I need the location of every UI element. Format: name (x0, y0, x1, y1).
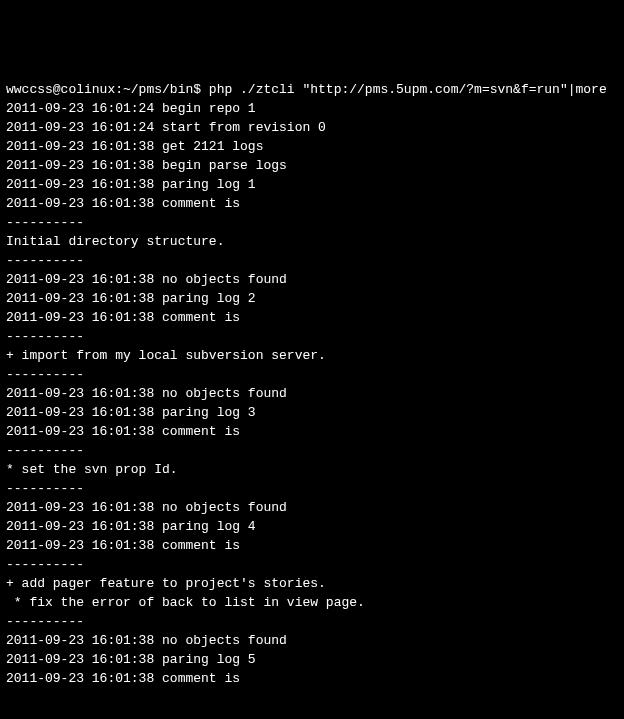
terminal-line: * set the svn prop Id. (6, 460, 618, 479)
terminal-line: + import from my local subversion server… (6, 346, 618, 365)
terminal-line: 2011-09-23 16:01:38 comment is (6, 422, 618, 441)
terminal-output: wwccss@colinux:~/pms/bin$ php ./ztcli "h… (6, 80, 618, 688)
terminal-line: 2011-09-23 16:01:38 get 2121 logs (6, 137, 618, 156)
terminal-line: 2011-09-23 16:01:38 begin parse logs (6, 156, 618, 175)
terminal-line: 2011-09-23 16:01:24 begin repo 1 (6, 99, 618, 118)
terminal-line: 2011-09-23 16:01:38 comment is (6, 536, 618, 555)
terminal-line: * fix the error of back to list in view … (6, 593, 618, 612)
terminal-line: ---------- (6, 213, 618, 232)
terminal-line: + add pager feature to project's stories… (6, 574, 618, 593)
terminal-line: 2011-09-23 16:01:38 paring log 4 (6, 517, 618, 536)
terminal-line: 2011-09-23 16:01:38 paring log 1 (6, 175, 618, 194)
terminal-line: 2011-09-23 16:01:38 no objects found (6, 631, 618, 650)
terminal-line: 2011-09-23 16:01:38 paring log 2 (6, 289, 618, 308)
terminal-line: ---------- (6, 441, 618, 460)
terminal-line: 2011-09-23 16:01:38 no objects found (6, 498, 618, 517)
terminal-line: 2011-09-23 16:01:38 comment is (6, 194, 618, 213)
terminal-line: Initial directory structure. (6, 232, 618, 251)
terminal-line: 2011-09-23 16:01:38 paring log 5 (6, 650, 618, 669)
terminal-line: 2011-09-23 16:01:38 comment is (6, 669, 618, 688)
terminal-line: 2011-09-23 16:01:38 no objects found (6, 384, 618, 403)
terminal-line: 2011-09-23 16:01:24 start from revision … (6, 118, 618, 137)
terminal-prompt-line: wwccss@colinux:~/pms/bin$ php ./ztcli "h… (6, 80, 618, 99)
terminal-line: ---------- (6, 479, 618, 498)
terminal-line: 2011-09-23 16:01:38 paring log 3 (6, 403, 618, 422)
terminal-line: ---------- (6, 251, 618, 270)
terminal-line: 2011-09-23 16:01:38 no objects found (6, 270, 618, 289)
terminal-line: 2011-09-23 16:01:38 comment is (6, 308, 618, 327)
terminal-line: ---------- (6, 612, 618, 631)
terminal-line: ---------- (6, 555, 618, 574)
terminal-line: ---------- (6, 365, 618, 384)
terminal-line: ---------- (6, 327, 618, 346)
